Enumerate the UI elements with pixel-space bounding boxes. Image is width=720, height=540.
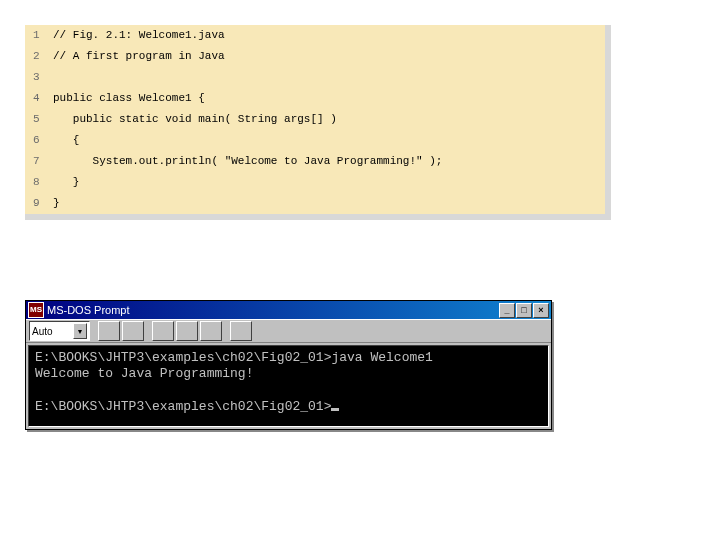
line-content: public static void main( String args[] )	[53, 114, 337, 125]
code-line: 2 // A first program in Java	[25, 46, 605, 67]
toolbar-button[interactable]	[98, 321, 120, 341]
code-line: 5 public static void main( String args[]…	[25, 109, 605, 130]
code-line: 3	[25, 67, 605, 88]
console-line: E:\BOOKS\JHTP3\examples\ch02\Fig02_01>	[35, 399, 331, 414]
toolbar: Auto ▼	[26, 319, 551, 343]
line-number: 4	[33, 93, 53, 104]
toolbar-button[interactable]	[176, 321, 198, 341]
close-button[interactable]: ×	[533, 303, 549, 318]
line-content: // A first program in Java	[53, 51, 225, 62]
console-line: Welcome to Java Programming!	[35, 366, 253, 381]
line-content: {	[53, 135, 79, 146]
minimize-button[interactable]: _	[499, 303, 515, 318]
line-content: public class Welcome1 {	[53, 93, 205, 104]
window-buttons: _ □ ×	[499, 303, 549, 318]
line-number: 8	[33, 177, 53, 188]
maximize-button[interactable]: □	[516, 303, 532, 318]
line-content: }	[53, 177, 79, 188]
font-size-dropdown[interactable]: Auto ▼	[29, 321, 90, 341]
code-line: 7 System.out.println( "Welcome to Java P…	[25, 151, 605, 172]
line-content: }	[53, 198, 60, 209]
toolbar-button[interactable]	[152, 321, 174, 341]
console-line: E:\BOOKS\JHTP3\examples\ch02\Fig02_01>ja…	[35, 350, 433, 365]
code-line: 4 public class Welcome1 {	[25, 88, 605, 109]
code-line: 8 }	[25, 172, 605, 193]
line-number: 9	[33, 198, 53, 209]
toolbar-button[interactable]	[230, 321, 252, 341]
line-number: 6	[33, 135, 53, 146]
toolbar-button[interactable]	[122, 321, 144, 341]
toolbar-button[interactable]	[200, 321, 222, 341]
line-content: // Fig. 2.1: Welcome1.java	[53, 30, 225, 41]
line-number: 3	[33, 72, 53, 83]
console-output[interactable]: E:\BOOKS\JHTP3\examples\ch02\Fig02_01>ja…	[28, 345, 549, 427]
line-content: System.out.println( "Welcome to Java Pro…	[53, 156, 442, 167]
cursor-icon	[331, 408, 339, 411]
window-title: MS-DOS Prompt	[47, 304, 499, 316]
dos-icon: MS	[28, 302, 44, 318]
title-bar[interactable]: MS MS-DOS Prompt _ □ ×	[26, 301, 551, 319]
line-number: 5	[33, 114, 53, 125]
dropdown-value: Auto	[32, 326, 53, 337]
code-line: 1 // Fig. 2.1: Welcome1.java	[25, 25, 605, 46]
code-line: 6 {	[25, 130, 605, 151]
line-number: 1	[33, 30, 53, 41]
code-listing: 1 // Fig. 2.1: Welcome1.java 2 // A firs…	[25, 25, 611, 220]
line-number: 7	[33, 156, 53, 167]
dos-window: MS MS-DOS Prompt _ □ × Auto ▼ E:\BOOKS\J…	[25, 300, 552, 430]
chevron-down-icon: ▼	[73, 323, 87, 339]
code-line: 9 }	[25, 193, 605, 214]
line-number: 2	[33, 51, 53, 62]
